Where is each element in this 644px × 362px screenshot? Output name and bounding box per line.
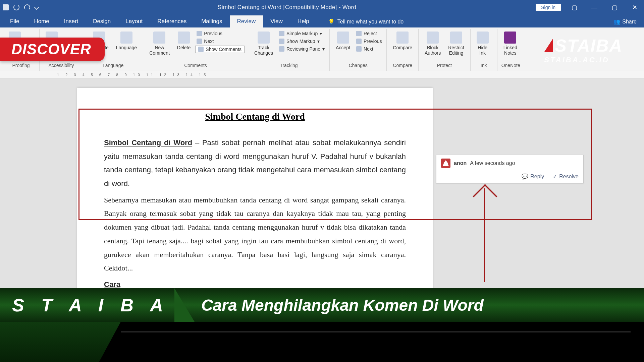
restrict-editing-button[interactable]: Restrict Editing — [445, 30, 467, 57]
undo-icon[interactable] — [13, 4, 19, 10]
title-bar: Simbol Centang di Word [Compatibility Mo… — [0, 0, 644, 15]
brand-text: STAIBA — [555, 36, 623, 56]
share-button[interactable]: 👥 Share — [609, 16, 641, 27]
group-tracking-label: Tracking — [252, 63, 326, 69]
tell-me-search[interactable]: 💡 Tell me what you want to do — [323, 16, 408, 27]
previous-change-button[interactable]: Previous — [355, 38, 383, 45]
group-language-label: Language — [87, 63, 140, 69]
restrict-icon — [450, 32, 462, 44]
prev-change-label: Previous — [364, 39, 382, 44]
compare-button[interactable]: Compare — [390, 30, 415, 52]
next-comment-label: Next — [204, 39, 214, 44]
compare-icon — [396, 32, 409, 44]
lead-text: Simbol Centang di Word — [104, 138, 192, 147]
redo-icon[interactable] — [24, 4, 30, 10]
sign-in-button[interactable]: Sign in — [536, 4, 561, 11]
accept-button[interactable]: Accept — [333, 30, 353, 52]
document-paragraph: Simbol Centang di Word – Pasti sobat per… — [104, 136, 406, 191]
tell-me-label: Tell me what you want to do — [337, 19, 404, 25]
chevron-down-icon: ▾ — [320, 31, 322, 36]
tab-references[interactable]: References — [150, 15, 194, 27]
show-comments-button[interactable]: Show Comments — [195, 46, 245, 53]
tab-design[interactable]: Design — [86, 15, 118, 27]
close-button[interactable]: ✕ — [628, 2, 641, 12]
group-protect-label: Protect — [422, 63, 467, 69]
next-comment-icon — [197, 39, 202, 44]
chevron-down-icon: ▾ — [317, 39, 320, 44]
hide-ink-button[interactable]: Hide Ink — [474, 30, 491, 57]
new-comment-button[interactable]: New Comment — [147, 30, 172, 57]
share-label: Share — [622, 19, 637, 25]
banner-slash-icon — [174, 288, 195, 322]
minimize-button[interactable]: — — [588, 2, 601, 12]
tab-layout[interactable]: Layout — [118, 15, 150, 27]
comment-avatar-icon — [441, 159, 450, 168]
horizontal-ruler[interactable]: 1 2 3 4 5 6 7 8 9 10 11 12 13 14 15 — [0, 71, 644, 78]
group-proofing-label: Proofing — [6, 63, 36, 69]
block-authors-button[interactable]: Block Authors — [422, 30, 443, 57]
tab-file[interactable]: File — [3, 15, 26, 27]
reviewing-pane-label: Reviewing Pane — [286, 46, 320, 52]
reject-icon — [356, 31, 362, 36]
banner-brand: S T A I B A — [0, 295, 181, 315]
markup-dropdown[interactable]: Simple Markup▾ — [278, 30, 326, 37]
tab-insert[interactable]: Insert — [57, 15, 86, 27]
show-markup-label: Show Markup — [286, 39, 315, 44]
linked-notes-button[interactable]: Linked Notes — [501, 30, 520, 57]
next-change-icon — [356, 46, 362, 52]
chevron-down-icon: ▾ — [322, 46, 325, 52]
show-comments-label: Show Comments — [206, 47, 241, 52]
block-icon — [427, 32, 439, 44]
show-markup-icon — [279, 39, 284, 44]
markup-icon — [279, 31, 284, 36]
comment-resolve-button[interactable]: ✓Resolve — [553, 173, 579, 180]
linked-notes-label: Linked Notes — [503, 45, 517, 56]
p3-lead: Cara — [104, 280, 120, 289]
tab-review[interactable]: Review — [230, 15, 263, 27]
tab-view[interactable]: View — [263, 15, 290, 27]
prev-comment-icon — [197, 31, 202, 36]
accept-label: Accept — [336, 45, 350, 50]
show-comments-icon — [198, 47, 204, 52]
resolve-label: Resolve — [559, 174, 579, 180]
tab-home[interactable]: Home — [26, 15, 56, 27]
show-markup-button[interactable]: Show Markup▾ — [278, 38, 326, 45]
track-changes-button[interactable]: Track Changes — [252, 30, 276, 57]
block-label: Block Authors — [425, 45, 441, 56]
track-changes-label: Track Changes — [254, 45, 273, 56]
window-title: Simbol Centang di Word [Compatibility Mo… — [38, 4, 536, 11]
next-change-label: Next — [364, 46, 373, 52]
discover-badge: DISCOVER — [0, 38, 105, 61]
reviewing-pane-button[interactable]: Reviewing Pane▾ — [278, 46, 326, 52]
ink-icon — [477, 32, 489, 44]
document-title: Simbol Centang di Word — [104, 111, 406, 122]
delete-comment-button[interactable]: Delete — [174, 30, 193, 52]
language-label: Language — [116, 45, 137, 50]
comment-reply-button[interactable]: 💬Reply — [522, 173, 544, 180]
footer-banner: S T A I B A Cara Menghilangkan Komen Di … — [0, 288, 644, 362]
language-button[interactable]: Language — [113, 30, 140, 52]
tab-mailings[interactable]: Mailings — [194, 15, 229, 27]
next-change-button[interactable]: Next — [355, 46, 383, 52]
reviewing-pane-icon — [279, 46, 284, 52]
group-comments-label: Comments — [147, 63, 245, 69]
banner-title: Cara Menghilangkan Komen Di Word — [195, 296, 484, 314]
reply-label: Reply — [530, 174, 544, 180]
group-changes-label: Changes — [333, 63, 383, 69]
reject-label: Reject — [364, 31, 377, 36]
save-icon[interactable] — [3, 4, 9, 10]
next-comment-button[interactable]: Next — [195, 38, 245, 45]
tab-help[interactable]: Help — [290, 15, 317, 27]
group-accessibility-label: Accessibility — [43, 63, 79, 69]
compare-label: Compare — [393, 45, 412, 50]
previous-comment-button[interactable]: Previous — [195, 30, 245, 37]
track-changes-icon — [258, 32, 270, 44]
ribbon-options-icon[interactable]: ▢ — [568, 2, 581, 12]
maximize-button[interactable]: ▢ — [608, 2, 621, 12]
reject-button[interactable]: Reject — [355, 30, 383, 37]
comment-icon — [153, 32, 165, 44]
delete-comment-icon — [178, 32, 190, 44]
comment-balloon[interactable]: anon A few seconds ago 💬Reply ✓Resolve — [436, 155, 584, 183]
prev-comment-label: Previous — [204, 31, 222, 36]
restrict-label: Restrict Editing — [448, 45, 464, 56]
